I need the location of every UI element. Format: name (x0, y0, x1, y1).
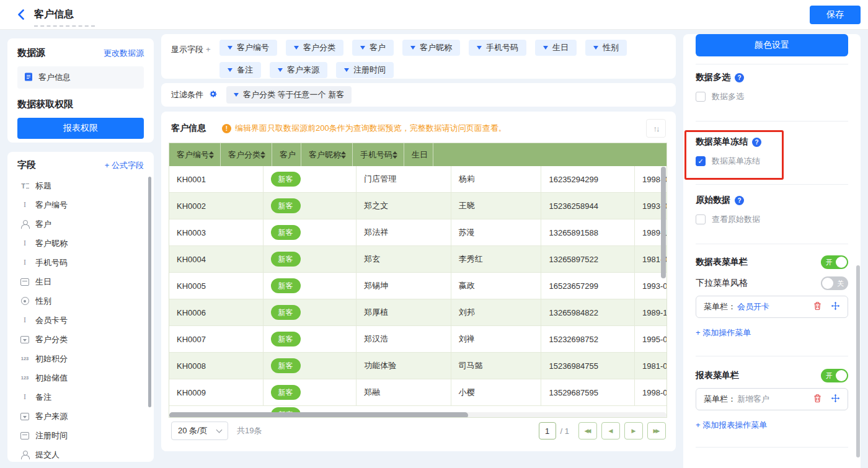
display-field-chip[interactable]: 客户 (352, 40, 394, 56)
table-header-cell[interactable]: 客户分类 (221, 143, 272, 166)
menu-freeze-checkbox-checked[interactable] (696, 156, 706, 166)
field-item[interactable]: 生日 (17, 272, 144, 291)
settings-scrollbar-thumb[interactable] (856, 265, 860, 457)
filter-condition-chip[interactable]: 客户分类 等于任意一个 新客 (226, 86, 352, 104)
chip-label: 客户编号 (237, 42, 269, 53)
help-icon[interactable] (752, 138, 761, 147)
vertical-scrollbar-thumb[interactable] (661, 167, 666, 278)
report-menu-item[interactable]: 菜单栏： 新增客户 (696, 388, 848, 410)
raw-data-label: 查看原始数据 (712, 214, 760, 225)
field-type-icon (20, 354, 30, 364)
table-header-cell[interactable]: 客户 (272, 143, 301, 166)
report-menu-row: 报表菜单栏 开 (696, 369, 848, 382)
raw-data-checkbox[interactable] (696, 214, 706, 224)
menu-freeze-title: 数据菜单冻结 (696, 136, 848, 148)
display-field-chip[interactable]: 手机号码 (469, 40, 526, 56)
field-item[interactable]: 客户编号 (17, 195, 144, 214)
save-button[interactable]: 保存 (810, 6, 861, 24)
display-field-chip[interactable]: 客户昵称 (402, 40, 460, 56)
toggle-knob (836, 257, 847, 268)
prev-page-button[interactable]: ◀ (601, 422, 620, 439)
table-header-cell[interactable]: 客户昵称 (301, 143, 353, 166)
column-label: 客户昵称 (309, 149, 341, 161)
table-header-cell[interactable]: 手机号码 (353, 143, 404, 166)
report-permission-button[interactable]: 报表权限 (17, 118, 144, 139)
table-menu-item[interactable]: 菜单栏： 会员开卡 (696, 296, 848, 318)
field-item[interactable]: 性别 (17, 291, 144, 311)
menu-item-name[interactable]: 会员开卡 (737, 301, 769, 312)
help-icon[interactable] (735, 73, 744, 82)
sort-carets-icon[interactable] (341, 151, 347, 159)
category-badge: 新客 (271, 305, 301, 320)
change-datasource-link[interactable]: 更改数据源 (104, 48, 144, 59)
back-icon[interactable] (17, 9, 24, 20)
field-item[interactable]: 客户 (17, 214, 144, 234)
drag-move-icon[interactable] (831, 301, 840, 312)
field-type-icon (20, 219, 30, 229)
multi-select-title: 数据多选 (696, 72, 848, 83)
table-row: KH0005 新客 郑锡坤 嬴政 16523657299 1993-08 (169, 273, 666, 299)
field-item[interactable]: 提交人 (17, 445, 144, 462)
delete-icon[interactable] (813, 394, 822, 405)
page-size-select[interactable]: 20 条/页 (171, 422, 228, 440)
first-page-button[interactable]: ◀◀ (578, 422, 597, 439)
display-field-chip[interactable]: 性别 (585, 40, 627, 56)
datasource-item[interactable]: 客户信息 (17, 66, 144, 89)
last-page-button[interactable]: ▶▶ (647, 422, 666, 439)
multi-select-checkbox[interactable] (696, 92, 706, 102)
field-item[interactable]: 客户昵称 (17, 234, 144, 253)
filter-condition-text: 客户分类 等于任意一个 新客 (243, 89, 344, 100)
add-display-field-icon[interactable]: + (206, 45, 211, 54)
delete-icon[interactable] (813, 301, 822, 312)
cell-customer-no: KH0008 (169, 353, 264, 379)
field-item[interactable]: 手机号码 (17, 253, 144, 272)
fields-card: 字段 + 公式字段 标题 客户编号 客户 (7, 152, 154, 462)
field-item[interactable]: 备注 (17, 387, 144, 407)
display-field-chips: 客户编号 客户分类 客户 客户昵称 (219, 40, 666, 73)
field-item[interactable]: 客户分类 (17, 330, 144, 349)
field-item[interactable]: 初始储值 (17, 368, 144, 387)
add-action-menu-link[interactable]: + 添加操作菜单 (696, 327, 848, 338)
chip-label: 手机号码 (486, 42, 518, 53)
table-body: KH0001 新客 门店管理 杨莉 16235294299 1998-05 KH… (169, 166, 666, 406)
display-field-chip[interactable]: 客户分类 (286, 40, 343, 56)
field-item-label: 性别 (35, 296, 51, 307)
display-fields-card: 显示字段+ 客户编号 客户分类 客户 (161, 34, 676, 79)
menu-item-name[interactable]: 新增客户 (737, 394, 769, 405)
horizontal-scrollbar-track[interactable] (169, 412, 666, 418)
dropdown-style-toggle-off[interactable]: 关 (821, 276, 848, 290)
add-report-action-menu-link[interactable]: + 添加报表操作菜单 (696, 420, 848, 431)
table-sort-icon-button[interactable]: ↑↓ (646, 119, 666, 138)
field-item[interactable]: 客户来源 (17, 407, 144, 426)
help-icon[interactable] (735, 196, 744, 205)
cell-category: 新客 (264, 353, 357, 379)
table-header-cell[interactable]: 客户编号 (169, 143, 221, 166)
sort-carets-icon[interactable] (392, 151, 399, 159)
column-label: 客户编号 (177, 149, 209, 161)
display-field-chip[interactable]: 生日 (535, 40, 577, 56)
chip-label: 客户分类 (303, 42, 335, 53)
report-menu-toggle-on[interactable]: 开 (821, 369, 848, 382)
display-field-chip[interactable]: 客户来源 (270, 62, 327, 78)
color-settings-button[interactable]: 颜色设置 (696, 34, 848, 56)
display-field-chip[interactable]: 备注 (219, 62, 261, 78)
fields-scrollbar[interactable] (148, 177, 151, 407)
sort-carets-icon[interactable] (260, 151, 267, 159)
pagination-bar: 20 条/页 共19条 1 / 1 ◀◀ ◀ ▶ ▶▶ (171, 422, 666, 440)
table-header-cell[interactable]: 生日 (404, 143, 433, 166)
current-page-box[interactable]: 1 (539, 422, 556, 439)
display-field-chip[interactable]: 客户编号 (219, 40, 277, 56)
field-item[interactable]: 初始积分 (17, 349, 144, 368)
field-item[interactable]: 会员卡号 (17, 311, 144, 330)
drag-move-icon[interactable] (831, 394, 840, 405)
field-item[interactable]: 标题 (17, 176, 144, 195)
next-page-button[interactable]: ▶ (624, 422, 643, 439)
field-item[interactable]: 注册时间 (17, 426, 144, 445)
sort-carets-icon[interactable] (209, 151, 215, 159)
table-row: KH0003 新客 郑法祥 苏漫 13265891588 1989-11 (169, 219, 666, 246)
add-formula-field-link[interactable]: + 公式字段 (105, 160, 144, 171)
filter-settings-icon[interactable] (208, 89, 218, 101)
horizontal-scrollbar-thumb[interactable] (169, 412, 468, 418)
display-field-chip[interactable]: 注册时间 (336, 62, 394, 78)
table-menu-toggle-on[interactable]: 开 (821, 255, 848, 269)
